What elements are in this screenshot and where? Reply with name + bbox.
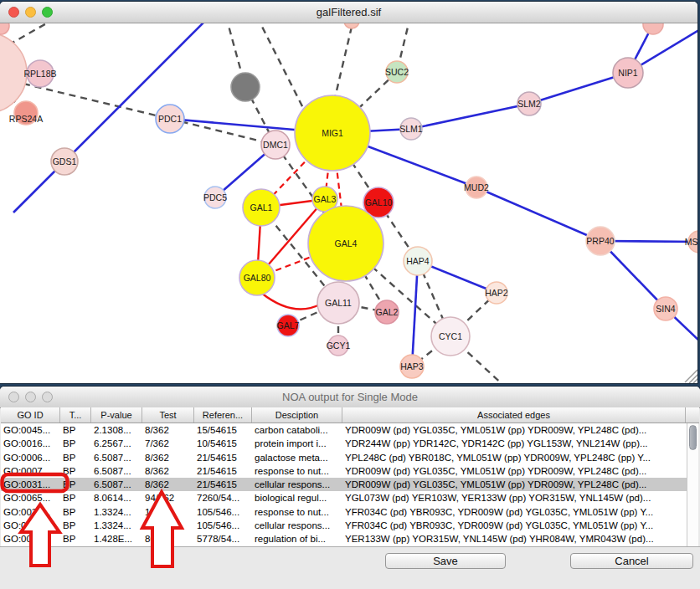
node-gray-node[interactable] (231, 73, 260, 101)
cell: 6.2567... (91, 437, 142, 450)
cell: regulation of bi... (252, 532, 342, 545)
column-header-t[interactable]: T... (60, 407, 91, 423)
cell: YER133W (pp) YOR315W, YNL145W (pd) YHR08… (342, 532, 686, 545)
node-label: PRP40 (586, 236, 614, 246)
edge-dash (257, 23, 305, 111)
table-row-8[interactable]: GO:0031...BP1.3324...11/362105/546...cel… (1, 519, 687, 532)
node-label: MUD2 (464, 182, 489, 192)
column-header-referen[interactable]: Referen... (194, 407, 252, 423)
cell: 8/362 (142, 478, 194, 491)
cell: 6.5087... (91, 451, 142, 464)
cell: GO:0031... (1, 519, 60, 532)
table-row-2[interactable]: GO:0016...BP6.2567...7/36210/54615protei… (1, 437, 687, 450)
cell: response to nut... (252, 464, 342, 478)
cell: YDR009W (pd) YGL035C, YML051W (pp) YDR00… (342, 464, 686, 478)
cell: 105/546... (194, 505, 252, 519)
table-row-7[interactable]: GO:0031...BP1.3324...11/362105/546...res… (1, 505, 687, 519)
cell: 1.3324... (91, 519, 142, 532)
node-label: HAP3 (400, 361, 424, 371)
node-label: MSI (685, 237, 697, 247)
column-header-pvalue[interactable]: P-value (91, 407, 142, 423)
node-label: RPL18B (23, 69, 56, 79)
cell: 94/362 (142, 491, 194, 504)
cell: YFR034C (pd) YBR093C, YDR009W (pd) YGL03… (342, 505, 686, 519)
cell: cellular respons... (252, 478, 342, 491)
column-header-test[interactable]: Test (142, 407, 194, 423)
cell: BP (60, 478, 91, 491)
scrollbar-thumb[interactable] (689, 425, 697, 450)
cell: BP (60, 437, 91, 450)
node-label: HAP2 (485, 288, 508, 298)
cell: 2.1308... (91, 423, 142, 437)
node-big-left[interactable] (0, 33, 27, 113)
node-label: GAL80 (244, 273, 271, 283)
cell: YDR009W (pd) YGL035C, YML051W (pp) YDR00… (342, 478, 686, 491)
cell: GO:0045... (1, 423, 60, 437)
cell: YPL248C (pd) YBR018C, YML051W (pp) YDR00… (342, 451, 686, 464)
cell: 7/362 (142, 437, 194, 450)
cell: 8.0614... (91, 491, 142, 504)
edge-dash (23, 84, 170, 119)
cell: GO:0016... (1, 437, 60, 450)
node-label: SIN4 (656, 304, 676, 314)
column-header-desciption[interactable]: Desciption (252, 407, 342, 423)
cell: 8/362 (142, 464, 194, 478)
cell: 21/54615 (194, 451, 252, 464)
node-label: NIP1 (618, 68, 638, 78)
cell: biological regul... (252, 491, 342, 504)
cell: cellular respons... (252, 519, 342, 532)
cell: YGL073W (pd) YER103W, YER133W (pp) YOR31… (342, 491, 686, 504)
node-label: GAL3 (314, 194, 337, 204)
cell: BP (60, 491, 91, 504)
vertical-scrollbar[interactable] (687, 423, 698, 546)
node-label: CYC1 (439, 331, 462, 341)
table-row-9[interactable]: GO:0050...BP1.428E...80/3625778/54...reg… (1, 532, 687, 545)
network-window-titlebar[interactable]: galFiltered.sif (0, 2, 697, 23)
cell: GO:0007... (1, 464, 60, 478)
cell: GO:0050... (1, 532, 60, 545)
node-label: SUC2 (385, 67, 409, 77)
cell: 7260/54... (194, 491, 252, 504)
cell: 6.5087... (91, 464, 142, 478)
node-stub-topmid[interactable] (344, 23, 359, 28)
cancel-button[interactable]: Cancel (570, 553, 693, 569)
noa-window-titlebar[interactable]: NOA output for Single Mode (0, 387, 700, 408)
cell: 11/362 (142, 519, 194, 532)
header-corner (686, 407, 697, 423)
cell: 5778/54... (194, 532, 252, 545)
cell: response to nut... (252, 505, 342, 519)
table-row-3[interactable]: GO:0006...BP6.5087...8/36221/54615galact… (1, 451, 687, 464)
table-row-4[interactable]: GO:0007...BP6.5087...8/36221/54615respon… (1, 464, 687, 478)
node-label: GAL10 (365, 197, 393, 207)
table-row-6[interactable]: GO:0065...BP8.0614...94/3627260/54...bio… (1, 491, 687, 504)
node-label: GAL2 (376, 307, 399, 317)
cell: BP (60, 451, 91, 464)
cell: GO:0031... (1, 505, 60, 519)
table-header: GO IDT...P-valueTestReferen...Desciption… (1, 407, 699, 423)
network-canvas[interactable]: RPL18BRPS24AGDS1PDC1MIG1DMC1SUC2SLM1SLM2… (0, 23, 697, 383)
edge-blue (412, 261, 418, 366)
desktop: { "desktop_bg": "#24415f", "annotation_c… (0, 0, 700, 589)
cell: 105/546... (194, 519, 252, 532)
edge-red (261, 293, 320, 310)
cell: 80/362 (142, 532, 194, 545)
cell: 11/362 (142, 505, 194, 519)
cell: 10/54615 (194, 437, 252, 450)
cell: 8/362 (142, 423, 194, 437)
node-label: GAL1 (250, 202, 273, 213)
column-header-associatededges[interactable]: Associated edges (342, 407, 686, 423)
resize-grip[interactable] (685, 370, 697, 383)
node-label: SLM2 (517, 99, 541, 109)
table-row-5[interactable]: GO:0031...BP6.5087...8/36221/54615cellul… (1, 478, 687, 491)
table-row-1[interactable]: GO:0045...BP2.1308...8/36215/54615carbon… (1, 423, 687, 437)
save-button[interactable]: Save (385, 553, 506, 569)
cell: galactose meta... (252, 451, 342, 464)
cell: BP (60, 505, 91, 519)
node-label: GAL11 (325, 298, 352, 308)
edge-blue (476, 187, 600, 241)
node-stub-topleft[interactable] (0, 23, 9, 34)
node-stub-topright[interactable] (643, 23, 663, 34)
node-label: DMC1 (263, 140, 288, 150)
window-title: NOA output for Single Mode (0, 391, 700, 403)
column-header-goid[interactable]: GO ID (1, 407, 60, 423)
